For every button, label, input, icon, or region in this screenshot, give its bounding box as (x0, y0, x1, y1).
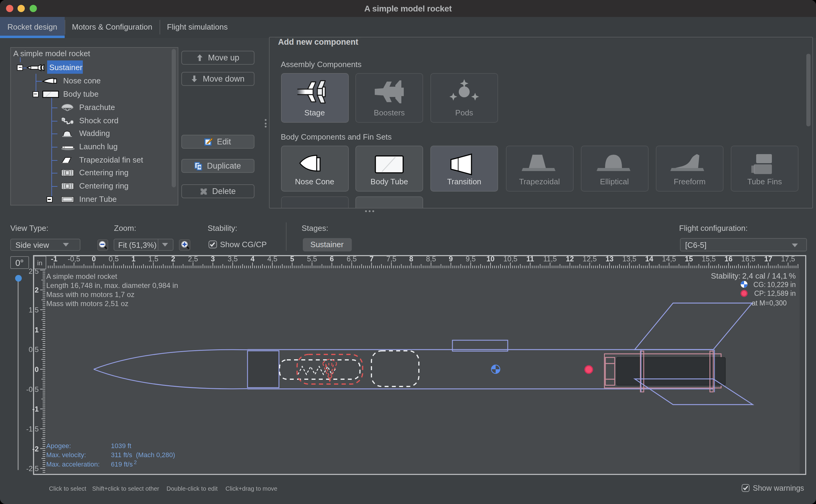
svg-text:-2,5: -2,5 (26, 464, 39, 473)
svg-text:Stability: 2,4 cal / 14,1 %: Stability: 2,4 cal / 14,1 % (711, 271, 796, 280)
svg-text:Max. velocity:: Max. velocity: (46, 451, 86, 459)
svg-text:Length 16,748 in, max. diamete: Length 16,748 in, max. diameter 0,984 in (46, 281, 178, 289)
svg-text:Mass with no motors 1,7 oz: Mass with no motors 1,7 oz (46, 290, 134, 299)
svg-text:7,5: 7,5 (386, 255, 396, 263)
svg-text:2: 2 (171, 255, 175, 263)
svg-text:311 ft/s (Mach 0,280): 311 ft/s (Mach 0,280) (111, 451, 175, 459)
svg-text:15,5: 15,5 (702, 255, 716, 263)
svg-text:6: 6 (330, 255, 334, 263)
svg-text:4,5: 4,5 (267, 255, 277, 263)
svg-text:-2: -2 (32, 445, 39, 453)
svg-text:10,5: 10,5 (503, 255, 517, 263)
svg-text:2: 2 (134, 460, 137, 465)
svg-text:5: 5 (290, 255, 294, 263)
svg-text:-1,5: -1,5 (26, 425, 39, 433)
svg-text:Apogee:: Apogee: (46, 442, 71, 450)
svg-text:14,5: 14,5 (662, 255, 676, 263)
svg-text:2,5: 2,5 (29, 267, 39, 275)
svg-text:4: 4 (251, 255, 255, 263)
svg-text:at M=0,300: at M=0,300 (752, 299, 787, 307)
svg-text:Max. acceleration:: Max. acceleration: (46, 460, 100, 468)
svg-text:3: 3 (211, 255, 215, 263)
svg-text:8: 8 (409, 255, 413, 263)
svg-text:17: 17 (764, 255, 772, 263)
svg-text:-1: -1 (32, 405, 39, 413)
svg-text:CP: 12,589 in: CP: 12,589 in (754, 289, 796, 297)
svg-text:1039 ft: 1039 ft (111, 442, 131, 450)
svg-text:16: 16 (724, 255, 733, 263)
svg-text:16,5: 16,5 (741, 255, 756, 263)
svg-text:1: 1 (35, 326, 39, 334)
svg-text:7: 7 (370, 255, 374, 263)
svg-text:9,5: 9,5 (466, 255, 476, 263)
svg-text:2: 2 (35, 286, 39, 294)
svg-text:A simple model rocket: A simple model rocket (46, 272, 117, 280)
svg-text:Mass with motors 2,51 oz: Mass with motors 2,51 oz (46, 299, 128, 308)
svg-text:3,5: 3,5 (228, 255, 238, 263)
svg-text:-1: -1 (51, 255, 57, 263)
svg-text:-0,5: -0,5 (26, 385, 39, 393)
svg-text:0: 0 (35, 365, 39, 373)
svg-text:0: 0 (92, 255, 96, 263)
svg-text:1,5: 1,5 (29, 306, 39, 314)
svg-text:13: 13 (605, 255, 614, 263)
svg-text:1: 1 (131, 255, 135, 263)
svg-text:15: 15 (685, 255, 693, 263)
svg-text:9: 9 (449, 255, 453, 263)
svg-text:14: 14 (645, 255, 653, 263)
svg-text:12,5: 12,5 (583, 255, 597, 263)
svg-text:13,5: 13,5 (622, 255, 636, 263)
svg-text:619 ft/s: 619 ft/s (111, 460, 133, 468)
svg-text:8,5: 8,5 (426, 255, 436, 263)
svg-text:12: 12 (566, 255, 574, 263)
svg-text:6,5: 6,5 (347, 255, 357, 263)
svg-text:0,5: 0,5 (29, 345, 39, 354)
svg-text:0,5: 0,5 (109, 255, 119, 263)
svg-text:10: 10 (487, 255, 495, 263)
svg-text:2,5: 2,5 (188, 255, 198, 263)
svg-text:11: 11 (526, 255, 534, 263)
svg-text:-0,5: -0,5 (68, 255, 80, 263)
svg-text:17,5: 17,5 (781, 255, 795, 263)
svg-text:1,5: 1,5 (148, 255, 158, 263)
svg-text:CG: 10,229 in: CG: 10,229 in (753, 281, 796, 289)
svg-text:5,5: 5,5 (307, 255, 317, 263)
svg-text:11,5: 11,5 (543, 255, 557, 263)
svg-text:in: in (37, 259, 42, 267)
